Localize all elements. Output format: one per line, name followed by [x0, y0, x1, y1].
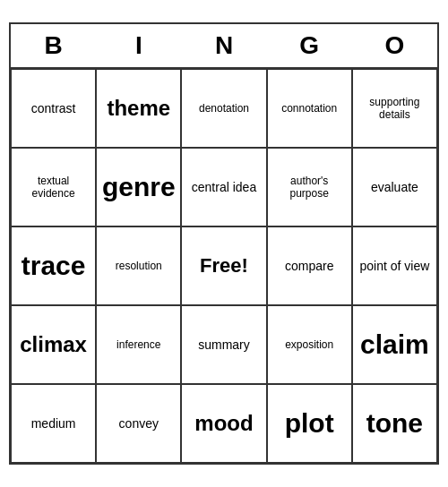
cell-r0-c2: denotation	[181, 69, 266, 148]
cell-r0-c1: theme	[96, 69, 181, 148]
cell-r3-c1: inference	[96, 305, 181, 384]
cell-r4-c3: plot	[267, 384, 352, 463]
cell-r1-c0: textual evidence	[11, 148, 96, 226]
header-letter-O: O	[352, 24, 437, 67]
cell-r3-c0: climax	[11, 305, 96, 384]
cell-r1-c1: genre	[96, 148, 181, 226]
cell-r1-c3: author's purpose	[267, 148, 352, 226]
cell-r2-c3: compare	[267, 226, 352, 305]
cell-r0-c3: connotation	[267, 69, 352, 148]
cell-r4-c2: mood	[181, 384, 266, 463]
cell-r3-c4: claim	[352, 305, 437, 384]
cell-r2-c2: Free!	[181, 226, 266, 305]
cell-r3-c2: summary	[181, 305, 266, 384]
cell-r0-c0: contrast	[11, 69, 96, 148]
cell-r1-c4: evaluate	[352, 148, 437, 226]
cell-r4-c1: convey	[96, 384, 181, 463]
header-letter-N: N	[181, 24, 266, 67]
cell-r0-c4: supporting details	[352, 69, 437, 148]
bingo-grid: contrastthemedenotationconnotationsuppor…	[11, 69, 437, 463]
header-letter-B: B	[11, 24, 96, 67]
bingo-header: BINGO	[11, 24, 437, 69]
cell-r1-c2: central idea	[181, 148, 266, 226]
cell-r2-c0: trace	[11, 226, 96, 305]
header-letter-I: I	[96, 24, 181, 67]
cell-r2-c1: resolution	[96, 226, 181, 305]
cell-r4-c0: medium	[11, 384, 96, 463]
cell-r2-c4: point of view	[352, 226, 437, 305]
cell-r4-c4: tone	[352, 384, 437, 463]
cell-r3-c3: exposition	[267, 305, 352, 384]
header-letter-G: G	[267, 24, 352, 67]
bingo-card: BINGO contrastthemedenotationconnotation…	[9, 22, 439, 465]
